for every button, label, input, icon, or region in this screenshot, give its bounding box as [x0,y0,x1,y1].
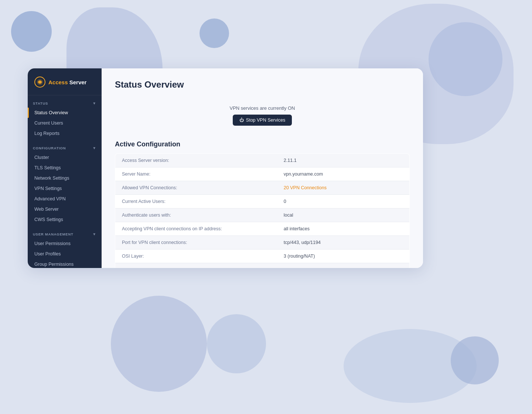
table-row: OSI Layer:3 (routing/NAT) [115,250,410,263]
config-row-label: Port for VPN client connections: [115,236,277,250]
config-row-label: OSI Layer: [115,250,277,263]
sidebar-item-web-server[interactable]: Web Server [28,204,102,214]
config-row-value: tcp/443, udp/1194 [277,236,410,250]
section-label-configuration: CONFIGURATION [33,146,66,150]
sidebar-item-cws-settings[interactable]: CWS Settings [28,214,102,225]
sidebar-item-user-profiles[interactable]: User Profiles [28,249,102,259]
chevron-icon-configuration: ▼ [92,146,96,150]
sidebar-section-configuration: CONFIGURATION▼ClusterTLS SettingsNetwork… [28,140,102,226]
config-row-label: Current Active Users: [115,195,277,208]
sidebar-item-user-permissions[interactable]: User Permissions [28,238,102,249]
sidebar-item-advanced-vpn[interactable]: Advanced VPN [28,194,102,204]
decorative-blob-6 [111,296,207,392]
table-row: Access Server version:2.11.1 [115,154,410,167]
config-row-value: 2.11.1 [277,154,410,167]
active-config-title: Active Configuration [115,140,410,148]
decorative-blob-5 [429,22,502,96]
vpn-status-bar: VPN services are currently ON ⏻ Stop VPN… [115,99,410,132]
config-table: Access Server version:2.11.1Server Name:… [115,153,410,268]
decorative-blob-3 [200,18,229,48]
page-title: Status Overview [115,79,410,90]
sidebar-section-header-user-management: USER MANAGEMENT▼ [28,231,102,238]
svg-point-2 [39,81,41,83]
config-row-label: Accepting VPN client connections on IP a… [115,222,277,236]
logo-text: Access Server [48,79,86,85]
table-row: Authenticate users with:local [115,208,410,222]
config-row-label: Access Server version: [115,154,277,167]
table-row: Allowed VPN Connections:20 VPN Connectio… [115,181,410,195]
sidebar-section-header-configuration: CONFIGURATION▼ [28,145,102,152]
vpn-status-text: VPN services are currently ON [230,105,295,111]
sidebar-item-network-settings[interactable]: Network Settings [28,173,102,183]
section-label-user-management: USER MANAGEMENT [33,232,74,236]
table-row: Server Name:vpn.yourname.com [115,167,410,181]
main-content-area: Status Overview VPN services are current… [102,68,423,268]
chevron-icon-user-management: ▼ [92,232,96,236]
sidebar-section-user-management: USER MANAGEMENT▼User PermissionsUser Pro… [28,226,102,268]
sidebar-item-status-overview[interactable]: Status Overview [28,108,102,118]
config-row-value: NAT [277,263,410,268]
decorative-blob-8 [451,336,499,384]
app-logo-icon [34,77,45,88]
config-row-value: 3 (routing/NAT) [277,250,410,263]
decorative-blob-9 [344,329,477,403]
config-row-value: local [277,208,410,222]
sidebar-logo: Access Server [28,68,102,95]
decorative-blob-1 [11,11,52,52]
sidebar-item-group-permissions[interactable]: Group Permissions [28,259,102,268]
sidebar-section-header-status: STATUS▼ [28,101,102,108]
config-row-value: 0 [277,195,410,208]
chevron-icon-status: ▼ [92,101,96,105]
table-row: Current Active Users:0 [115,195,410,208]
section-label-status: STATUS [33,101,48,105]
main-card: Access Server STATUS▼Status OverviewCurr… [28,68,423,268]
sidebar-item-vpn-settings[interactable]: VPN Settings [28,183,102,194]
sidebar-item-cluster[interactable]: Cluster [28,152,102,163]
sidebar-section-status: STATUS▼Status OverviewCurrent UsersLog R… [28,95,102,140]
config-row-value: vpn.yourname.com [277,167,410,181]
sidebar-item-tls-settings[interactable]: TLS Settings [28,163,102,173]
sidebar-item-log-reports[interactable]: Log Reports [28,128,102,139]
decorative-blob-7 [207,314,266,373]
config-row-label: Authenticate users with: [115,208,277,222]
config-table-body: Access Server version:2.11.1Server Name:… [115,154,410,268]
config-row-label: Allowed VPN Connections: [115,181,277,195]
stop-vpn-label: Stop VPN Services [246,118,285,123]
table-row: Clients access private subnets using:NAT [115,263,410,268]
sidebar-item-current-users[interactable]: Current Users [28,118,102,128]
stop-vpn-button[interactable]: ⏻ Stop VPN Services [233,115,292,126]
table-row: Accepting VPN client connections on IP a… [115,222,410,236]
config-row-label: Clients access private subnets using: [115,263,277,268]
sidebar-sections: STATUS▼Status OverviewCurrent UsersLog R… [28,95,102,268]
sidebar: Access Server STATUS▼Status OverviewCurr… [28,68,102,268]
power-icon: ⏻ [239,118,244,123]
config-row-label: Server Name: [115,167,277,181]
table-row: Port for VPN client connections:tcp/443,… [115,236,410,250]
config-row-value: 20 VPN Connections [277,181,410,195]
config-row-value: all interfaces [277,222,410,236]
